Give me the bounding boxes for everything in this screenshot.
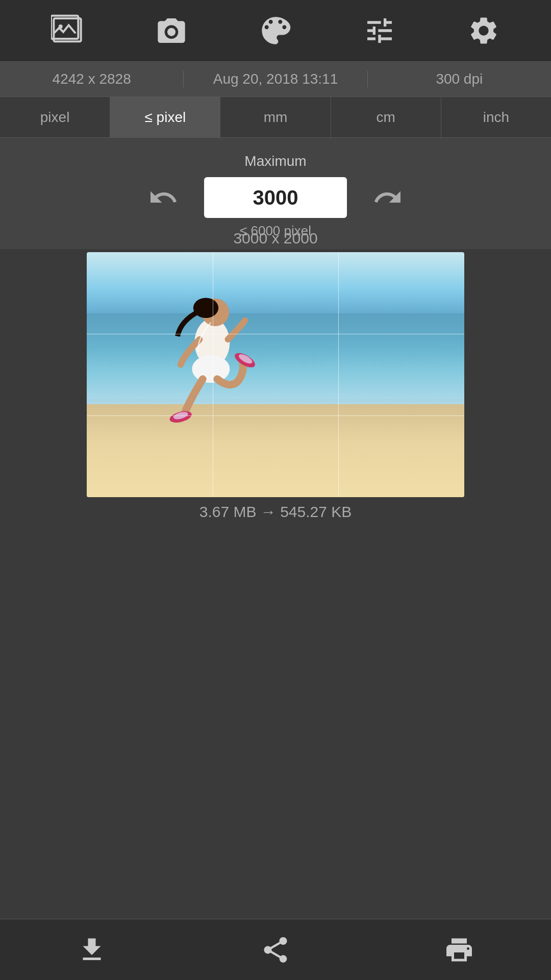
tab-inch[interactable]: inch: [441, 97, 551, 137]
tab-mm[interactable]: mm: [220, 97, 331, 137]
tab-cm[interactable]: cm: [331, 97, 441, 137]
svg-point-3: [167, 28, 176, 36]
palette-icon[interactable]: [255, 10, 296, 51]
image-dimensions: 4242 x 2828: [0, 71, 184, 87]
file-size-label: 3.67 MB → 545.27 KB: [199, 503, 352, 521]
tab-pixel[interactable]: pixel: [0, 97, 110, 137]
image-preview: [87, 252, 464, 497]
image-date: Aug 20, 2018 13:11: [184, 71, 367, 87]
tab-le-pixel[interactable]: ≤ pixel: [110, 97, 220, 137]
tab-bar: pixel ≤ pixel mm cm inch: [0, 97, 551, 138]
controls-label: Maximum: [244, 153, 306, 169]
svg-point-2: [59, 24, 63, 29]
bottom-toolbar: [0, 919, 551, 980]
image-dpi: 300 dpi: [368, 71, 551, 87]
print-button[interactable]: [434, 929, 485, 970]
grid-overlay: [87, 252, 464, 497]
camera-icon[interactable]: [151, 10, 192, 51]
gallery-icon[interactable]: [47, 10, 88, 51]
info-bar: 4242 x 2828 Aug 20, 2018 13:11 300 dpi: [0, 61, 551, 97]
top-toolbar: [0, 0, 551, 61]
sliders-icon[interactable]: [359, 10, 400, 51]
settings-icon[interactable]: [463, 10, 504, 51]
download-button[interactable]: [66, 929, 117, 970]
image-dimensions-label: 3000 x 2000: [233, 230, 317, 247]
main-content: 3000 x 2000: [0, 199, 551, 919]
share-button[interactable]: [250, 929, 301, 970]
